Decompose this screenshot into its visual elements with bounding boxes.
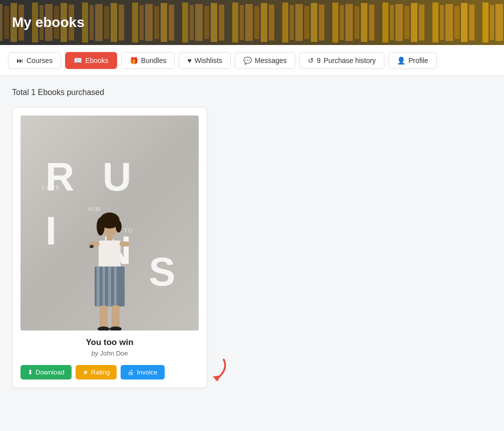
page-title: My ebooks	[12, 14, 85, 30]
download-icon: ⬇	[28, 368, 33, 376]
tab-wishlists[interactable]: ♥ Wishlists	[179, 52, 231, 69]
svg-rect-13	[90, 245, 94, 248]
book-card: R U I N S LOVE HIM TO	[12, 107, 207, 388]
ebooks-icon: 📖	[74, 56, 82, 64]
bundles-icon: 🎁	[130, 56, 138, 64]
svg-rect-4	[107, 234, 113, 242]
cover-figure	[80, 210, 140, 330]
svg-rect-12	[120, 242, 130, 246]
svg-rect-5	[99, 240, 121, 268]
book-title: You too win	[21, 338, 199, 348]
svg-rect-15	[112, 306, 120, 330]
download-button[interactable]: ⬇ Download	[21, 365, 72, 380]
tab-bundles[interactable]: 🎁 Bundles	[121, 52, 175, 69]
purchase-history-icon: ↺	[308, 56, 314, 64]
tab-purchase-history[interactable]: ↺ 9 Purchase history	[299, 52, 384, 69]
cover-text-love: LOVE	[42, 184, 61, 190]
tab-messages[interactable]: 💬 Messages	[235, 52, 295, 69]
books-grid: R U I N S LOVE HIM TO	[12, 107, 492, 388]
invoice-button[interactable]: 🖨 Invoice	[121, 365, 164, 380]
main-content: Total 1 Ebooks purchased R U I N S LOVE …	[0, 76, 504, 400]
svg-rect-7	[97, 266, 100, 306]
svg-point-17	[110, 326, 122, 330]
book-actions: ⬇ Download ★ Rating 🖨 Invoice	[21, 365, 199, 380]
cover-letter-r: R	[46, 154, 74, 200]
cover-letter-u: U	[103, 154, 131, 200]
book-author: by John Doe	[21, 350, 199, 357]
svg-rect-8	[103, 266, 105, 306]
messages-icon: 💬	[243, 56, 252, 64]
nav-tabs: ⏭ Courses 📖 Ebooks 🎁 Bundles ♥ Wishlists…	[0, 45, 504, 76]
book-cover-art: R U I N S LOVE HIM TO	[21, 116, 199, 330]
section-title: Total 1 Ebooks purchased	[12, 88, 492, 97]
svg-rect-14	[100, 306, 108, 330]
hero-banner: My ebooks	[0, 0, 504, 45]
svg-marker-18	[213, 376, 220, 382]
svg-point-2	[97, 218, 105, 236]
wishlists-icon: ♥	[187, 56, 191, 64]
svg-point-16	[98, 326, 110, 330]
tab-profile[interactable]: 👤 Profile	[388, 52, 437, 69]
tab-ebooks[interactable]: 📖 Ebooks	[65, 52, 117, 69]
courses-icon: ⏭	[17, 56, 24, 64]
star-icon: ★	[83, 368, 89, 376]
arrow-annotation	[189, 354, 229, 384]
svg-rect-10	[114, 266, 117, 306]
profile-icon: 👤	[397, 56, 405, 64]
tab-courses[interactable]: ⏭ Courses	[8, 52, 61, 69]
book-cover: R U I N S LOVE HIM TO	[21, 116, 199, 330]
rating-button[interactable]: ★ Rating	[76, 365, 117, 380]
printer-icon: 🖨	[128, 368, 134, 376]
cover-letter-s: S	[149, 249, 174, 295]
svg-rect-9	[108, 266, 111, 306]
svg-point-3	[116, 220, 122, 232]
cover-letter-i: I	[46, 208, 56, 254]
